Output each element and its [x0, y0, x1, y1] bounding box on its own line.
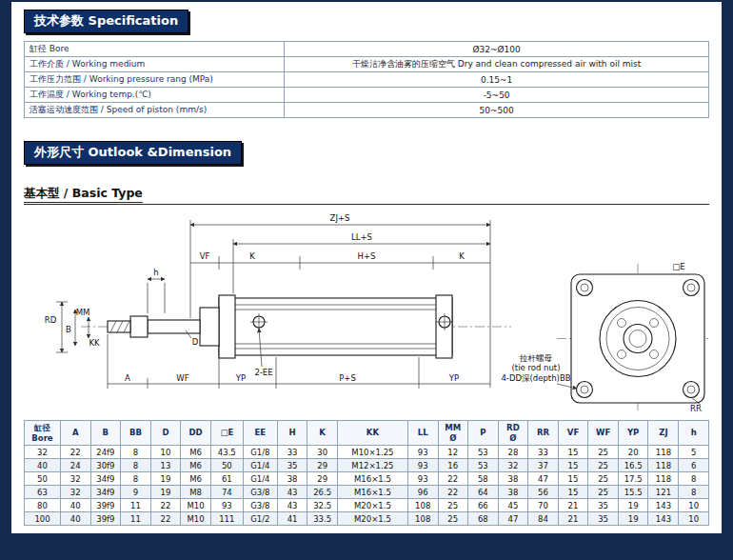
table-cell: 40: [25, 459, 61, 472]
table-cell: M16×1.5: [337, 472, 407, 486]
table-cell: 25: [588, 446, 619, 459]
table-cell: 32.5: [307, 499, 338, 512]
dim-label-b: B: [66, 325, 71, 334]
table-row: 804039f91122M1093G3/84332.5M20×1.5108256…: [25, 499, 709, 512]
column-header: EE: [243, 421, 277, 446]
specification-table: 缸径 Bore Ø32~Ø100 工作介质 / Working medium 干…: [24, 41, 709, 118]
table-cell: 70: [528, 499, 559, 512]
table-cell: 61: [210, 472, 243, 486]
spec-value: -5~50: [285, 88, 709, 103]
table-cell: 33: [528, 446, 559, 459]
table-cell: G1/4: [243, 472, 277, 486]
table-cell: 43: [277, 499, 307, 512]
table-cell: 26.5: [307, 486, 338, 499]
table-cell: 10: [150, 446, 181, 459]
table-cell: 40: [61, 499, 91, 512]
table-cell: 50: [210, 459, 243, 472]
table-cell: 25: [588, 459, 619, 472]
dim-label-rd: RD: [45, 315, 57, 325]
table-cell: 29: [307, 459, 338, 472]
port-callout-2-ee: 2-EE: [254, 368, 272, 377]
dim-label-d: D: [192, 337, 199, 347]
table-cell: 15: [558, 472, 588, 486]
table-cell: 68: [468, 512, 499, 526]
tie-rod-nut-label-en: (tie rod nut): [512, 363, 561, 372]
table-cell: 108: [407, 512, 438, 526]
table-cell: 93: [407, 472, 438, 486]
table-cell: 8: [679, 472, 709, 486]
spec-section-title: 技术参数 Specification: [34, 13, 178, 28]
table-cell: 19: [618, 512, 648, 526]
dim-label-yp2: YP: [448, 373, 459, 383]
table-cell: 34f9: [90, 486, 121, 499]
table-cell: M10: [181, 512, 211, 526]
spec-sheet-page: 技术参数 Specification 缸径 Bore Ø32~Ø100 工作介质…: [0, 0, 733, 560]
table-cell: 118: [648, 459, 679, 472]
column-header: A: [61, 421, 91, 446]
table-cell: 29: [307, 472, 338, 486]
table-cell: 8: [679, 486, 709, 499]
table-cell: 8: [121, 472, 151, 486]
column-header: P: [468, 421, 499, 446]
table-cell: 25: [438, 499, 468, 512]
table-cell: 35: [588, 512, 619, 526]
table-cell: 35: [277, 459, 307, 472]
table-cell: 43: [277, 486, 307, 499]
table-cell: 33.5: [307, 512, 338, 526]
table-cell: 38: [498, 472, 528, 486]
table-cell: 43.5: [210, 446, 243, 459]
spec-value: 50~500: [285, 103, 709, 118]
spec-section-header: 技术参数 Specification: [24, 10, 188, 33]
table-cell: 22: [150, 499, 181, 512]
table-row: 缸径 Bore Ø32~Ø100: [25, 42, 709, 57]
table-cell: 25: [438, 512, 468, 526]
column-header: WF: [588, 421, 619, 446]
table-cell: G3/8: [243, 486, 277, 499]
table-cell: 19: [150, 472, 181, 486]
table-cell: 50: [25, 472, 61, 486]
dimension-table-body: 322224f9810M643.5G1/83330M10×1.259312532…: [25, 446, 709, 526]
table-cell: G1/8: [243, 446, 277, 459]
table-cell: G1/2: [243, 512, 277, 526]
table-cell: M6: [181, 472, 211, 486]
table-cell: 118: [648, 472, 679, 486]
table-cell: 13: [150, 459, 181, 472]
table-cell: 9: [121, 486, 151, 499]
table-cell: G1/4: [243, 459, 277, 472]
table-row: 工作介质 / Working medium 干燥洁净含油雾的压缩空气 Dry a…: [25, 57, 709, 72]
spec-label: 工作压力范围 / Working pressure rang (MPa): [25, 72, 285, 88]
table-cell: 100: [25, 512, 61, 526]
table-cell: 12: [438, 446, 468, 459]
table-row: 1004039f91122M10111G1/24133.5M20×1.51082…: [25, 512, 709, 526]
table-cell: 39f9: [90, 499, 121, 512]
basic-type-header: 基本型 / Basic Type: [24, 183, 709, 205]
spec-label: 缸径 Bore: [25, 42, 285, 57]
dimension-section-title: 外形尺寸 Outlook &Dimension: [34, 145, 231, 159]
table-cell: 8: [121, 446, 151, 459]
table-cell: 143: [648, 499, 679, 512]
spec-value: Ø32~Ø100: [285, 42, 709, 57]
table-row: 322224f9810M643.5G1/83330M10×1.259312532…: [25, 446, 709, 459]
spec-label: 工作温度 / Working temp.(℃): [25, 88, 285, 103]
table-cell: 8: [121, 459, 151, 472]
table-cell: 58: [468, 472, 499, 486]
table-cell: 20: [618, 446, 648, 459]
table-cell: M6: [181, 446, 211, 459]
column-header: RR: [528, 421, 559, 446]
column-header: YP: [618, 421, 648, 446]
table-cell: 37: [528, 459, 559, 472]
table-cell: 10: [679, 512, 709, 526]
table-cell: M10×1.25: [337, 446, 407, 459]
dim-label-ll-s: LL+S: [351, 232, 372, 242]
table-cell: 30f9: [90, 459, 121, 472]
table-cell: 56: [528, 486, 559, 499]
dim-label-k2: K: [459, 251, 465, 261]
table-cell: 17.5: [618, 472, 648, 486]
table-cell: 25: [588, 486, 619, 499]
content-area: 技术参数 Specification 缸径 Bore Ø32~Ø100 工作介质…: [11, 2, 722, 533]
table-cell: 34f9: [90, 472, 121, 486]
table-row: 工作压力范围 / Working pressure rang (MPa) 0.1…: [25, 72, 709, 88]
dim-label-vf: VF: [200, 251, 210, 261]
dimension-table-header-row: 缸径 BoreABBBDDD□EEEHKKKLLMM ØPRD ØRRVFWFY…: [25, 421, 709, 446]
column-header: VF: [558, 421, 588, 446]
